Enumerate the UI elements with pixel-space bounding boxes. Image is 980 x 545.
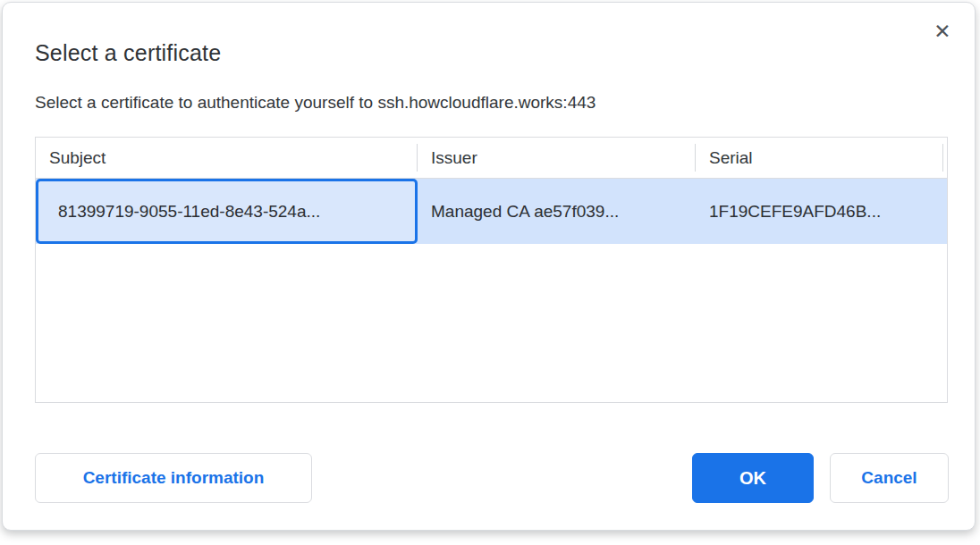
table-header-row: Subject Issuer Serial [36,138,947,179]
cell-issuer[interactable]: Managed CA ae57f039... [418,179,696,244]
cell-spacer [943,179,948,244]
certificate-table: Subject Issuer Serial 81399719-9055-11ed… [35,137,948,403]
certificate-row-selected[interactable]: 81399719-9055-11ed-8e43-524a... Managed … [36,179,947,244]
dialog-subtitle: Select a certificate to authenticate you… [35,93,596,113]
cell-subject[interactable]: 81399719-9055-11ed-8e43-524a... [36,179,418,244]
cell-serial[interactable]: 1F19CEFE9AFD46B... [696,179,943,244]
ok-button[interactable]: OK [692,453,814,503]
column-header-serial[interactable]: Serial [696,138,943,178]
cancel-button[interactable]: Cancel [830,453,949,503]
certificate-information-button[interactable]: Certificate information [35,453,312,503]
column-header-spacer [943,138,948,178]
dialog-title: Select a certificate [35,40,221,66]
close-icon: ✕ [934,21,950,42]
column-header-subject[interactable]: Subject [36,138,418,178]
close-button[interactable]: ✕ [928,17,957,46]
certificate-select-dialog: ✕ Select a certificate Select a certific… [2,2,976,531]
column-header-issuer[interactable]: Issuer [418,138,696,178]
